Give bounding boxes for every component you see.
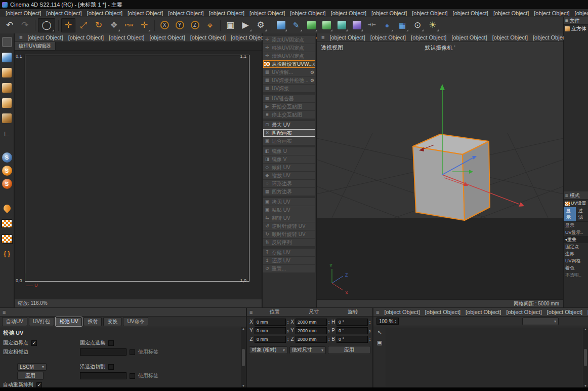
- attribute-row[interactable]: 固定点: [564, 243, 588, 250]
- panel-menu-icon[interactable]: ≡: [0, 309, 8, 315]
- rotate-tool[interactable]: ↻: [92, 18, 106, 32]
- size-mode-select[interactable]: 绝对尺寸▾: [289, 346, 326, 354]
- last-used-tool[interactable]: ❖: [107, 18, 121, 32]
- uv-command-item[interactable]: ✛ 移除UV固定点 ⚙: [263, 44, 315, 52]
- checkerboard-icon[interactable]: [1, 217, 13, 229]
- apply-button[interactable]: 应用: [328, 346, 370, 354]
- preview-zoom-control[interactable]: 100 % ▴▾: [376, 318, 399, 325]
- uv-command-item[interactable]: ▣ 粘贴 UV ⚙: [263, 206, 315, 214]
- attribute-row[interactable]: UV显示..: [564, 229, 588, 236]
- cube-object[interactable]: [413, 134, 490, 220]
- coordinate-mode-select[interactable]: 对象 (相对)▾: [249, 346, 287, 354]
- uv-settings-item[interactable]: UV设置: [564, 200, 588, 207]
- pin-border-checkbox[interactable]: [31, 340, 37, 346]
- uv-command-item[interactable]: ▦ UV焊接并松弛... ⚙: [263, 76, 315, 84]
- uv-command-item[interactable]: ▶ 开始交互贴图 ⚙: [263, 103, 315, 110]
- scale-tool[interactable]: ⤢: [76, 18, 91, 32]
- uv-tool-tab[interactable]: 松弛 UV: [56, 317, 82, 326]
- paint-brush-icon[interactable]: [1, 202, 13, 214]
- stepper-icon[interactable]: ▴▾: [369, 329, 370, 333]
- subdivision-surface-button[interactable]: [304, 18, 318, 32]
- uv-command-item[interactable]: ▦ 四方边界 ⚙: [263, 188, 315, 196]
- material-list-area[interactable]: [386, 328, 582, 386]
- material-menu-item[interactable]: [object Object]: [423, 309, 463, 315]
- menu-item[interactable]: [object Object]: [287, 10, 328, 16]
- fields-button[interactable]: [350, 18, 364, 32]
- render-settings-button[interactable]: ⚙: [254, 18, 268, 32]
- lock-x-button[interactable]: X: [157, 18, 172, 32]
- menu-item[interactable]: [object Object]: [491, 10, 531, 16]
- uv-command-item[interactable]: ▣ 适合画布 ⚙: [263, 137, 315, 145]
- uv-command-item[interactable]: ⇅ 反转序列 ⚙: [263, 239, 315, 246]
- gear-icon[interactable]: ⚙: [310, 78, 314, 83]
- uv-command-item[interactable]: ◨ 镜像 V ⚙: [263, 155, 315, 163]
- attribute-row[interactable]: 重叠: [564, 236, 588, 243]
- value-input[interactable]: 2000 mm: [296, 336, 327, 343]
- value-input[interactable]: 0 mm: [255, 319, 286, 326]
- panel-menu-icon[interactable]: ≡: [373, 309, 382, 315]
- uv-tool-tab[interactable]: 投射: [83, 317, 102, 326]
- uv-tool-tab[interactable]: 变换: [103, 317, 121, 326]
- uv-command-item[interactable]: ◧ 镜像 U ⚙: [263, 147, 315, 155]
- uv-command-item[interactable]: ↺ 逆时针旋转 UV ⚙: [263, 222, 315, 230]
- uv-menu-item[interactable]: [object Object]: [188, 34, 228, 41]
- cut-edges-field[interactable]: [80, 372, 127, 379]
- coordinate-system-button[interactable]: ⌖: [203, 18, 217, 32]
- uv-mesh-toggle-icon[interactable]: [1, 232, 13, 245]
- relax-mode-select[interactable]: LSCM▾: [17, 363, 47, 371]
- uv-command-item[interactable]: ▦ UV焊接 ⚙: [263, 85, 315, 92]
- menu-item[interactable]: [object Object]: [450, 10, 491, 16]
- menu-item[interactable]: [object Object]: [85, 10, 125, 16]
- uv-workspace-icon[interactable]: [1, 36, 13, 48]
- camera-menu-icon[interactable]: ▪: [454, 44, 455, 48]
- gear-icon[interactable]: ⚙: [310, 70, 314, 75]
- panel-menu-icon[interactable]: ≡: [319, 34, 327, 41]
- stepper-icon[interactable]: ▴▾: [395, 319, 396, 323]
- panel-menu-icon[interactable]: ≡: [564, 18, 570, 23]
- attribute-row[interactable]: 着色: [564, 264, 588, 271]
- viewport-3d-view[interactable]: Y Z X 透视视图 默认摄像机 ▪: [317, 42, 563, 299]
- uv-command-item[interactable]: ◌ 环形边界 ⚙: [263, 180, 315, 187]
- lock-z-button[interactable]: Z: [188, 18, 202, 32]
- attribute-manager-menu[interactable]: 模式: [570, 192, 580, 199]
- uv-command-item[interactable]: 从投射设置UVW... ⚙: [263, 60, 315, 68]
- use-tag-checkbox[interactable]: [130, 373, 135, 379]
- constraint-button[interactable]: ⊣⊢: [365, 18, 379, 32]
- layers-icon[interactable]: ▣: [377, 339, 382, 346]
- dynamics-button[interactable]: ●: [380, 18, 394, 32]
- material-menu-item[interactable]: [object Object]: [544, 309, 585, 315]
- uv-command-item[interactable]: ✛ 清除UV固定点 ⚙: [263, 52, 315, 60]
- uv-command-item[interactable]: □ 最大 UV ⚙: [263, 121, 315, 129]
- menu-item[interactable]: [object Object]: [165, 10, 206, 16]
- stepper-icon[interactable]: ▴▾: [328, 320, 329, 324]
- viewport-menu-item[interactable]: [object Object]: [490, 34, 530, 41]
- stepper-icon[interactable]: ▴▾: [369, 337, 370, 341]
- material-menu-item[interactable]: [object Object]: [382, 309, 422, 315]
- wizard-blue-icon[interactable]: S: [2, 152, 12, 163]
- uv-tool-tab[interactable]: UV打包: [29, 317, 54, 326]
- lock-y-button[interactable]: Y: [173, 18, 187, 32]
- stepper-icon[interactable]: ▴▾: [369, 320, 370, 324]
- gear-icon[interactable]: ⚙: [313, 62, 315, 67]
- stepper-icon[interactable]: ▴▾: [287, 320, 288, 324]
- scroll-thumb[interactable]: [584, 349, 587, 366]
- camera-label[interactable]: 默认摄像机 ▪: [317, 44, 563, 52]
- menu-item[interactable]: [object Object]: [572, 10, 588, 16]
- uv-tool-tab[interactable]: 自动UV: [2, 317, 27, 326]
- pin-selection-field[interactable]: [80, 348, 127, 356]
- menu-item[interactable]: [object Object]: [409, 10, 450, 16]
- move-tool[interactable]: ✛: [61, 18, 75, 32]
- uv-polygon-mode-icon[interactable]: [1, 97, 13, 109]
- panel-menu-icon[interactable]: ≡: [564, 192, 570, 198]
- menu-item[interactable]: [object Object]: [247, 10, 287, 16]
- viewport-menu-item[interactable]: [object Object]: [368, 34, 408, 41]
- uv-command-item[interactable]: ✛ 添加UV固定点 ⚙: [263, 36, 315, 44]
- mograph-array-button[interactable]: ▦: [395, 18, 409, 32]
- value-input[interactable]: 0 °: [337, 336, 368, 343]
- attribute-row[interactable]: UV网格: [564, 257, 588, 264]
- uv-command-item[interactable]: ↧ 存储 UV ⚙: [263, 249, 315, 256]
- panel-menu-icon[interactable]: ≡: [17, 34, 25, 41]
- uv-command-item[interactable]: ▦ UV拆解... ⚙: [263, 68, 315, 76]
- uv-edge-mode-icon[interactable]: [1, 82, 13, 94]
- render-picture-viewer-button[interactable]: ▶: [238, 18, 253, 32]
